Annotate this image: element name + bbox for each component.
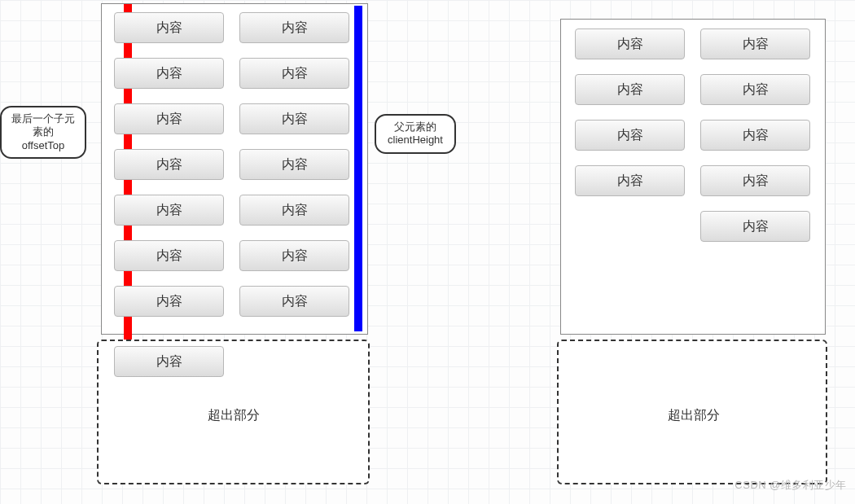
right-colB-item-0[interactable]: 内容	[700, 28, 810, 59]
right-colB-item-3[interactable]: 内容	[700, 165, 810, 196]
left-overflow-label: 超出部分	[208, 407, 260, 424]
left-colB-item-5[interactable]: 内容	[239, 240, 349, 271]
right-colA-item-0[interactable]: 内容	[575, 28, 685, 59]
left-colA-item-6[interactable]: 内容	[114, 286, 224, 317]
left-colB-item-2[interactable]: 内容	[239, 103, 349, 134]
right-overflow-label: 超出部分	[668, 407, 720, 424]
left-colA-item-1[interactable]: 内容	[114, 58, 224, 89]
left-colA-item-0[interactable]: 内容	[114, 12, 224, 43]
right-colB-item-2[interactable]: 内容	[700, 120, 810, 151]
right-colA-item-3[interactable]: 内容	[575, 165, 685, 196]
blue-clientheight-bar	[354, 6, 362, 331]
left-colB-item-0[interactable]: 内容	[239, 12, 349, 43]
right-colA-item-2[interactable]: 内容	[575, 120, 685, 151]
watermark-text: CSDN @维多利亚少年	[734, 478, 847, 493]
callout-offsettop: 最后一个子元 素的 offsetTop	[0, 106, 86, 159]
left-colB-item-4[interactable]: 内容	[239, 195, 349, 226]
left-colA-item-2[interactable]: 内容	[114, 103, 224, 134]
left-colB-item-3[interactable]: 内容	[239, 149, 349, 180]
callout-clientheight: 父元素的 clientHeight	[375, 114, 456, 154]
left-colA-item-3[interactable]: 内容	[114, 149, 224, 180]
right-colB-item-1[interactable]: 内容	[700, 74, 810, 105]
right-colB-item-4[interactable]: 内容	[700, 211, 810, 242]
left-overflow-item[interactable]: 内容	[114, 346, 224, 377]
left-colA-item-4[interactable]: 内容	[114, 195, 224, 226]
left-colB-item-6[interactable]: 内容	[239, 286, 349, 317]
right-colA-item-1[interactable]: 内容	[575, 74, 685, 105]
left-colB-item-1[interactable]: 内容	[239, 58, 349, 89]
left-colA-item-5[interactable]: 内容	[114, 240, 224, 271]
